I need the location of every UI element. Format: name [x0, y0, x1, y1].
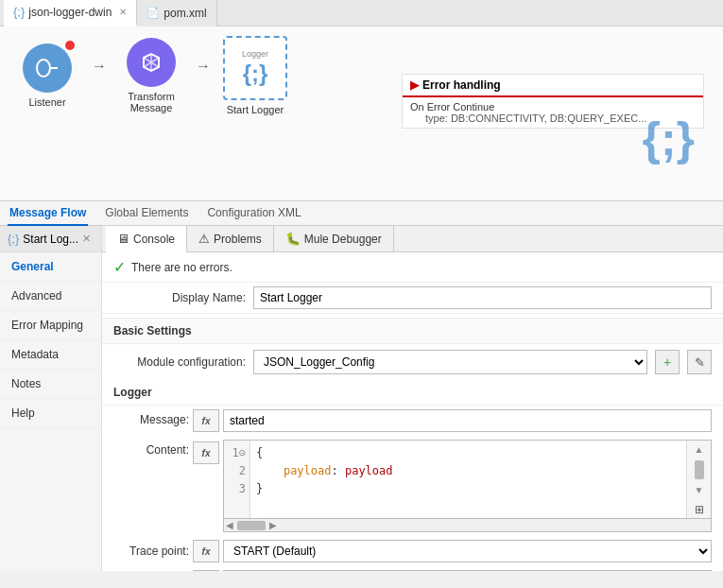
- sidebar-item-general[interactable]: General: [0, 252, 101, 282]
- error-triangle-icon: ▶: [410, 78, 419, 92]
- status-row: ✓ There are no errors.: [102, 252, 723, 283]
- logger-section-header: Logger: [102, 380, 723, 406]
- expand-icon[interactable]: ⊞: [695, 503, 704, 516]
- debugger-icon: 🐛: [285, 232, 301, 246]
- nav-tab-label-global: Global Elements: [105, 206, 188, 219]
- nav-tab-message-flow[interactable]: Message Flow: [8, 201, 88, 226]
- tab-pom[interactable]: 📄 pom.xml: [137, 0, 216, 26]
- logger-box: Logger {;}: [223, 36, 287, 100]
- priority-row: Priority: fx INFO (Default): [102, 566, 723, 571]
- priority-select[interactable]: INFO (Default): [223, 570, 712, 571]
- svg-point-0: [37, 60, 50, 77]
- display-name-row: Display Name:: [102, 283, 723, 314]
- scroll-up-arrow[interactable]: ▲: [693, 442, 706, 457]
- nav-tab-label-xml: Configuration XML: [207, 206, 301, 219]
- logger-curly-icon: {;}: [243, 61, 268, 87]
- canvas-area: Listener → TransformMessage → Logger {;}…: [0, 26, 723, 201]
- edit-module-button[interactable]: ✎: [687, 350, 712, 374]
- sidebar-notes-label: Notes: [11, 377, 41, 390]
- sidebar-item-advanced[interactable]: Advanced: [0, 282, 101, 311]
- code-editor[interactable]: 1⊝ 2 3 { payload: payload } ▲ ▼ ⊞: [223, 440, 712, 519]
- message-row: Message: fx: [102, 406, 723, 436]
- inner-tab-problems[interactable]: ⚠ Problems: [187, 226, 274, 252]
- inner-tabs: 🖥 Console ⚠ Problems 🐛 Mule Debugger: [102, 226, 723, 252]
- display-name-label: Display Name:: [113, 291, 246, 304]
- content-row: Content: fx 1⊝ 2 3 { payload: payload }: [102, 436, 723, 536]
- error-panel-title: Error handling: [422, 78, 501, 92]
- editor-tools: ▲ ▼ ⊞: [686, 441, 711, 518]
- bottom-panel: {;} Start Log... ✕ General Advanced Erro…: [0, 226, 723, 571]
- transform-icon: [127, 38, 176, 87]
- sidebar-item-metadata[interactable]: Metadata: [0, 340, 101, 370]
- h-scroll-thumb[interactable]: [237, 521, 266, 530]
- sidebar-advanced-label: Advanced: [11, 289, 61, 303]
- message-input[interactable]: [223, 409, 712, 432]
- nav-tab-label-flow: Message Flow: [9, 206, 86, 219]
- sidebar-metadata-label: Metadata: [11, 348, 59, 361]
- tab-label-pom: pom.xml: [164, 7, 206, 20]
- sidebar-item-notes[interactable]: Notes: [0, 370, 101, 399]
- inner-tab-console[interactable]: 🖥 Console: [106, 226, 187, 252]
- content-editor-wrapper: 1⊝ 2 3 { payload: payload } ▲ ▼ ⊞: [223, 440, 712, 532]
- horizontal-scrollbar[interactable]: ◀ ▶: [223, 519, 712, 532]
- big-curly-icon: {;}: [642, 112, 695, 166]
- transform-label: TransformMessage: [128, 91, 175, 113]
- debugger-tab-label: Mule Debugger: [304, 233, 382, 246]
- nav-tab-global-elements[interactable]: Global Elements: [103, 201, 190, 226]
- scroll-down-arrow[interactable]: ▼: [693, 483, 706, 497]
- add-module-button[interactable]: +: [655, 350, 680, 374]
- sidebar-header-label: Start Log...: [23, 233, 78, 246]
- display-name-input[interactable]: [253, 286, 712, 309]
- console-icon: 🖥: [117, 232, 129, 246]
- flow-node-logger[interactable]: Logger {;} Start Logger: [217, 36, 293, 115]
- arrow-1: →: [85, 58, 113, 94]
- scroll-thumb[interactable]: [695, 460, 704, 479]
- sidebar-header: {;} Start Log... ✕: [0, 226, 101, 252]
- sidebar: {;} Start Log... ✕ General Advanced Erro…: [0, 226, 102, 571]
- console-tab-label: Console: [133, 233, 175, 246]
- close-icon[interactable]: ✕: [119, 7, 127, 17]
- sidebar-close-btn[interactable]: ✕: [82, 233, 91, 245]
- problems-tab-label: Problems: [214, 233, 262, 246]
- status-message: There are no errors.: [131, 261, 232, 274]
- flow-diagram: Listener → TransformMessage → Logger {;}…: [9, 36, 293, 115]
- trace-point-label: Trace point:: [113, 545, 189, 558]
- basic-settings-header: Basic Settings: [102, 318, 723, 344]
- tab-label-main: json-logger-dwin: [28, 6, 112, 19]
- content-label: Content:: [113, 440, 189, 457]
- inner-tab-debugger[interactable]: 🐛 Mule Debugger: [274, 226, 394, 252]
- priority-fx: fx: [193, 570, 219, 571]
- tab-json-logger[interactable]: {;} json-logger-dwin ✕: [4, 0, 137, 26]
- main-content-area: 🖥 Console ⚠ Problems 🐛 Mule Debugger ✓ T…: [102, 226, 723, 571]
- xml-file-icon: 📄: [146, 7, 160, 19]
- nav-tabs: Message Flow Global Elements Configurati…: [0, 201, 723, 226]
- top-tab-bar: {;} json-logger-dwin ✕ 📄 pom.xml: [0, 0, 723, 26]
- trace-point-fx: fx: [193, 540, 219, 562]
- message-fx-button[interactable]: fx: [193, 409, 219, 432]
- listener-icon: [23, 43, 72, 93]
- listener-label: Listener: [28, 96, 65, 108]
- sidebar-curly-icon: {;}: [8, 232, 19, 246]
- error-panel-header: ▶ Error handling: [403, 75, 703, 97]
- sidebar-item-error-mapping[interactable]: Error Mapping: [0, 311, 101, 340]
- code-area[interactable]: { payload: payload }: [250, 441, 686, 518]
- sidebar-error-mapping-label: Error Mapping: [11, 319, 83, 332]
- module-config-row: Module configuration: JSON_Logger_Config…: [102, 344, 723, 380]
- trace-point-select[interactable]: START (Default): [223, 540, 712, 562]
- flow-icon: {;}: [13, 5, 25, 19]
- line-numbers: 1⊝ 2 3: [224, 441, 250, 518]
- sidebar-item-help[interactable]: Help: [0, 399, 101, 428]
- sidebar-general-label: General: [11, 260, 54, 273]
- logger-label: Start Logger: [227, 104, 284, 115]
- message-label: Message:: [113, 409, 189, 426]
- module-config-select[interactable]: JSON_Logger_Config: [253, 350, 647, 374]
- success-icon: ✓: [113, 258, 126, 276]
- module-config-label: Module configuration:: [113, 355, 246, 369]
- scroll-right-arrow[interactable]: ▶: [267, 519, 279, 531]
- nav-tab-config-xml[interactable]: Configuration XML: [205, 201, 302, 226]
- content-fx-button[interactable]: fx: [193, 441, 219, 464]
- flow-node-listener[interactable]: Listener: [9, 43, 85, 108]
- problems-icon: ⚠: [198, 232, 210, 246]
- flow-node-transform[interactable]: TransformMessage: [113, 38, 189, 113]
- scroll-left-arrow[interactable]: ◀: [224, 519, 235, 531]
